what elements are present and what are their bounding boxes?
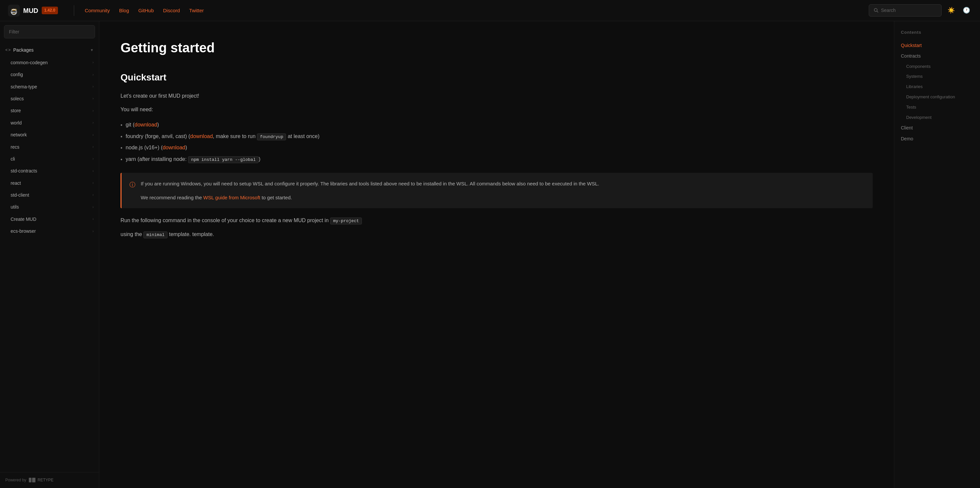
foundryup-code: foundryup	[257, 134, 286, 140]
sidebar-item-react[interactable]: react ›	[0, 177, 99, 189]
run-command-text: Run the following command in the console…	[121, 216, 873, 225]
git-text: git (download)	[126, 121, 159, 129]
section-quickstart: Quickstart	[121, 70, 873, 85]
left-sidebar: Filter <> Packages ▼ common-codegen › co…	[0, 21, 99, 488]
recommend-before: We recommend reading the	[141, 195, 203, 200]
run-command-before: Run the following command in the console…	[121, 218, 330, 223]
sidebar-item-label: recs	[11, 143, 92, 151]
toc-deployment-configuration[interactable]: Deployment configuration	[901, 92, 974, 102]
sidebar-item-label: std-contracts	[11, 167, 92, 175]
sidebar-section-packages[interactable]: <> Packages ▼	[0, 44, 99, 56]
chevron-right-icon: ›	[92, 96, 94, 102]
right-sidebar: Contents Quickstart Contracts Components…	[894, 21, 980, 488]
powered-by-text: Powered by	[5, 477, 26, 483]
sidebar-item-recs[interactable]: recs ›	[0, 141, 99, 153]
sidebar-item-label: schema-type	[11, 83, 92, 91]
sidebar-item-label: solecs	[11, 95, 92, 102]
sidebar-item-label: Create MUD	[11, 216, 92, 223]
nav-twitter[interactable]: Twitter	[189, 6, 204, 14]
logo-area: 👑 MUD MUD 1.42.0	[8, 5, 58, 17]
main-layout: Filter <> Packages ▼ common-codegen › co…	[0, 21, 980, 488]
requirement-yarn: yarn (after installing node: npm install…	[121, 154, 873, 165]
intro-text: Let's create our first MUD project!	[121, 92, 873, 100]
sidebar-item-solecs[interactable]: solecs ›	[0, 93, 99, 105]
yarn-text: yarn (after installing node: npm install…	[126, 155, 261, 164]
sidebar-item-schema-type[interactable]: schema-type ›	[0, 81, 99, 93]
wsl-guide-link[interactable]: WSL guide from Microsoft	[203, 195, 260, 200]
chevron-right-icon: ›	[92, 120, 94, 126]
packages-icon: <>	[5, 47, 11, 53]
mud-logo-icon: 👑 MUD	[8, 5, 20, 17]
toc-development[interactable]: Development	[901, 113, 974, 123]
sidebar-item-network[interactable]: network ›	[0, 129, 99, 141]
sidebar-item-std-contracts[interactable]: std-contracts ›	[0, 165, 99, 177]
windows-warning-box: ⓘ If you are running Windows, you will n…	[121, 173, 873, 208]
git-download-link[interactable]: download	[134, 122, 157, 127]
chevron-right-icon: ›	[92, 192, 94, 198]
toc-demo[interactable]: Demo	[901, 134, 974, 144]
requirement-git: git (download)	[121, 119, 873, 131]
search-icon	[874, 8, 878, 13]
toc-components[interactable]: Components	[901, 62, 974, 72]
warning-recommend-text: We recommend reading the WSL guide from …	[141, 193, 599, 202]
nav-github[interactable]: GitHub	[138, 6, 154, 14]
warning-content: If you are running Windows, you will nee…	[141, 180, 599, 202]
chevron-right-icon: ›	[92, 108, 94, 114]
foundry-download-link[interactable]: download	[190, 134, 213, 139]
sidebar-item-label: std-client	[11, 191, 92, 199]
sidebar-item-create-mud[interactable]: Create MUD ›	[0, 213, 99, 225]
nav-blog[interactable]: Blog	[119, 6, 129, 14]
packages-chevron: ▼	[90, 47, 94, 53]
toc-contracts[interactable]: Contracts	[901, 51, 974, 61]
warning-icon: ⓘ	[129, 180, 135, 202]
sidebar-item-common-codegen[interactable]: common-codegen ›	[0, 57, 99, 68]
nav-discord[interactable]: Discord	[163, 6, 180, 14]
requirement-foundry: foundry (forge, anvil, cast) (download, …	[121, 131, 873, 142]
nav-divider	[74, 5, 74, 16]
sidebar-item-label: cli	[11, 155, 92, 162]
sidebar-item-store[interactable]: store ›	[0, 105, 99, 116]
contents-label: Contents	[901, 29, 974, 36]
retype-brand-text: RETYPE	[37, 477, 53, 483]
template-after: template.	[167, 231, 191, 237]
sidebar-item-cli[interactable]: cli ›	[0, 153, 99, 165]
history-button[interactable]: 🕐	[961, 5, 972, 16]
nodejs-download-link[interactable]: download	[162, 145, 185, 150]
search-box[interactable]: Search	[869, 4, 942, 16]
chevron-right-icon: ›	[92, 72, 94, 78]
toc-tests[interactable]: Tests	[901, 102, 974, 113]
content-area: Getting started Quickstart Let's create …	[99, 21, 894, 488]
chevron-right-icon: ›	[92, 132, 94, 138]
warning-main-text: If you are running Windows, you will nee…	[141, 180, 599, 188]
sidebar-item-label: utils	[11, 203, 92, 211]
svg-text:MUD: MUD	[11, 11, 17, 14]
svg-rect-7	[29, 478, 32, 482]
toc-libraries[interactable]: Libraries	[901, 82, 974, 92]
minimal-template-code: minimal	[143, 231, 167, 238]
theme-toggle-button[interactable]: ☀️	[945, 5, 957, 16]
chevron-right-icon: ›	[92, 216, 94, 222]
chevron-right-icon: ›	[92, 229, 94, 234]
sidebar-item-utils[interactable]: utils ›	[0, 201, 99, 213]
sidebar-item-label: store	[11, 107, 92, 114]
template-text: using the minimal template. template.	[121, 230, 873, 239]
nav-community[interactable]: Community	[85, 6, 110, 14]
version-badge: 1.42.0	[42, 6, 58, 14]
toc-client[interactable]: Client	[901, 122, 974, 133]
foundry-text: foundry (forge, anvil, cast) (download, …	[126, 132, 320, 141]
sidebar-items: <> Packages ▼ common-codegen › config › …	[0, 42, 99, 472]
nodejs-text: node.js (v16+) (download)	[126, 143, 187, 152]
sidebar-item-label: ecs-browser	[11, 227, 92, 235]
svg-rect-8	[32, 478, 35, 482]
sidebar-item-config[interactable]: config ›	[0, 68, 99, 81]
recommend-after: to get started.	[260, 195, 292, 200]
sidebar-item-world[interactable]: world ›	[0, 117, 99, 129]
sidebar-item-label: react	[11, 180, 92, 187]
toc-systems[interactable]: Systems	[901, 72, 974, 82]
filter-input[interactable]: Filter	[4, 25, 95, 38]
chevron-right-icon: ›	[92, 144, 94, 150]
search-placeholder: Search	[881, 6, 896, 14]
sidebar-item-std-client[interactable]: std-client ›	[0, 189, 99, 201]
toc-quickstart[interactable]: Quickstart	[901, 40, 974, 51]
sidebar-item-ecs-browser[interactable]: ecs-browser ›	[0, 225, 99, 237]
